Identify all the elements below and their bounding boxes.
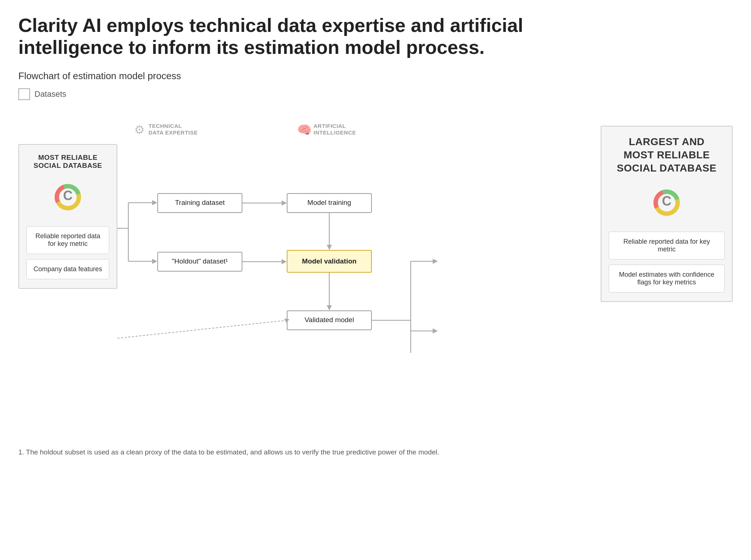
svg-text:Model training: Model training: [307, 199, 351, 206]
svg-marker-35: [327, 305, 332, 310]
left-reliable-data-box: Reliable reported data for key metric: [26, 226, 109, 254]
left-database-panel: MOST RELIABLESOCIAL DATABASE C Reliable …: [18, 144, 117, 289]
right-database-panel: LARGEST ANDMOST RELIABLESOCIAL DATABASE …: [601, 126, 733, 302]
svg-marker-27: [327, 245, 332, 250]
svg-text:ARTIFICIAL: ARTIFICIAL: [314, 123, 346, 129]
svg-text:Training dataset: Training dataset: [175, 199, 225, 206]
svg-text:Model validation: Model validation: [302, 257, 357, 265]
svg-marker-43: [433, 259, 438, 264]
svg-text:C: C: [63, 188, 73, 203]
svg-text:INTELLIGENCE: INTELLIGENCE: [314, 129, 356, 136]
footnote: 1. The holdout subset is used as a clean…: [18, 448, 733, 456]
svg-text:Validated model: Validated model: [305, 316, 354, 324]
svg-text:TECHNICAL: TECHNICAL: [149, 123, 182, 129]
svg-marker-31: [282, 259, 287, 264]
diagram-wrapper: MOST RELIABLESOCIAL DATABASE C Reliable …: [18, 115, 733, 430]
svg-marker-19: [152, 259, 157, 264]
left-clarity-logo: C: [48, 177, 88, 217]
main-title: Clarity AI employs technical data expert…: [18, 15, 532, 59]
svg-marker-45: [433, 328, 438, 334]
right-model-estimates-box: Model estimates with confidence flags fo…: [609, 265, 725, 292]
svg-text:🧠: 🧠: [297, 123, 312, 137]
svg-text:⚙: ⚙: [134, 123, 145, 136]
right-reliable-data-box: Reliable reported data for key metric: [609, 232, 725, 259]
subtitle: Flowchart of estimation model process: [18, 70, 733, 82]
svg-text:DATA EXPERTISE: DATA EXPERTISE: [149, 129, 198, 136]
legend-icon: [18, 88, 30, 100]
flow-diagram-svg: ⚙ TECHNICAL DATA EXPERTISE 🧠 ARTIFICIAL …: [117, 115, 616, 430]
left-panel-title: MOST RELIABLESOCIAL DATABASE: [34, 154, 102, 170]
legend-label: Datasets: [34, 89, 66, 99]
right-panel-title: LARGEST ANDMOST RELIABLESOCIAL DATABASE: [617, 135, 717, 175]
left-company-data-box: Company data features: [26, 259, 109, 279]
svg-text:"Holdout" dataset¹: "Holdout" dataset¹: [172, 257, 228, 265]
svg-marker-23: [282, 200, 287, 206]
svg-line-38: [117, 320, 287, 338]
svg-marker-17: [152, 200, 157, 205]
right-clarity-logo: C: [646, 183, 687, 223]
legend-row: Datasets: [18, 88, 733, 100]
svg-text:C: C: [662, 194, 671, 209]
